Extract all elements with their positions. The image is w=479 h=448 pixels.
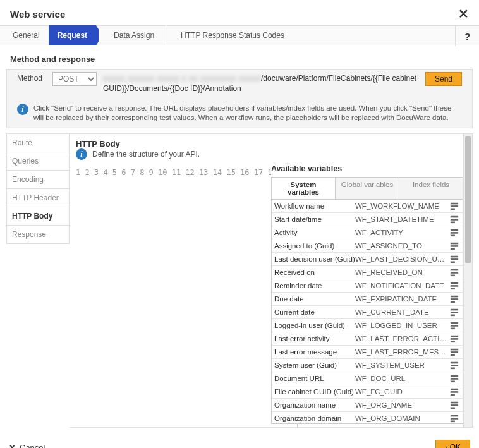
tab-request[interactable]: Request bbox=[49, 25, 96, 45]
svg-rect-50 bbox=[451, 421, 455, 423]
svg-rect-19 bbox=[451, 285, 458, 287]
var-tab-index-fields[interactable]: Index fields bbox=[399, 178, 463, 199]
svg-rect-24 bbox=[451, 309, 458, 311]
variable-name: Received on bbox=[274, 269, 355, 276]
variable-id: WF_SYSTEM_USER bbox=[355, 361, 447, 369]
svg-rect-46 bbox=[451, 404, 458, 406]
close-icon[interactable]: ✕ bbox=[458, 6, 469, 21]
svg-rect-23 bbox=[451, 301, 455, 303]
svg-rect-26 bbox=[451, 315, 455, 317]
svg-rect-20 bbox=[451, 288, 455, 290]
variable-row[interactable]: Organization domainWF_ORG_DOMAIN bbox=[272, 412, 463, 424]
variable-id: WF_EXPIRATION_DATE bbox=[355, 295, 447, 303]
info-icon: i bbox=[76, 148, 87, 160]
insert-icon[interactable] bbox=[450, 321, 460, 330]
help-button[interactable]: ? bbox=[455, 26, 479, 46]
variable-row[interactable]: Organization nameWF_ORG_NAME bbox=[272, 399, 463, 412]
variable-row[interactable]: System user (Guid)WF_SYSTEM_USER bbox=[272, 359, 463, 372]
svg-rect-36 bbox=[451, 362, 458, 364]
svg-rect-25 bbox=[451, 312, 458, 313]
side-tab-encoding[interactable]: Encoding bbox=[6, 170, 70, 188]
side-tab-route[interactable]: Route bbox=[6, 133, 70, 152]
insert-icon[interactable] bbox=[450, 215, 460, 224]
insert-icon[interactable] bbox=[450, 228, 460, 237]
line-gutter: 1 2 3 4 5 6 7 8 9 10 11 12 13 14 15 16 1… bbox=[76, 165, 293, 428]
variable-id: WF_START_DATETIME bbox=[355, 215, 447, 223]
cancel-button[interactable]: ✕ Cancel bbox=[9, 443, 45, 449]
variable-row[interactable]: Due dateWF_EXPIRATION_DATE bbox=[272, 293, 463, 306]
svg-rect-27 bbox=[451, 322, 458, 324]
ok-button[interactable]: › OK bbox=[435, 440, 470, 448]
svg-rect-49 bbox=[451, 418, 458, 420]
variable-name: File cabinet GUID (Guid) bbox=[274, 388, 355, 396]
dialog-title: Web service bbox=[10, 9, 65, 20]
insert-icon[interactable] bbox=[450, 255, 460, 263]
variable-name: Reminder date bbox=[274, 282, 355, 289]
variables-title: Available variables bbox=[271, 164, 463, 173]
side-tab-queries[interactable]: Queries bbox=[6, 152, 70, 170]
variable-row[interactable]: Last error messageWF_LAST_ERROR_MESSAGE bbox=[272, 346, 463, 359]
insert-icon[interactable] bbox=[450, 401, 460, 409]
svg-rect-38 bbox=[451, 368, 455, 370]
side-tab-response[interactable]: Response bbox=[6, 225, 70, 244]
variable-id: WF_WORKFLOW_NAME bbox=[355, 202, 447, 210]
var-tab-global-variables[interactable]: Global variables bbox=[336, 178, 399, 199]
var-tab-system-variables[interactable]: System variables bbox=[272, 178, 336, 199]
side-tab-http-header[interactable]: HTTP Header bbox=[6, 188, 70, 207]
info-icon: i bbox=[17, 104, 28, 115]
variable-row[interactable]: Last error activityWF_LAST_ERROR_ACTIVIT… bbox=[272, 332, 463, 346]
svg-rect-32 bbox=[451, 341, 455, 343]
variable-row[interactable]: Start date/timeWF_START_DATETIME bbox=[272, 213, 463, 226]
insert-icon[interactable] bbox=[450, 334, 460, 343]
svg-rect-39 bbox=[451, 375, 458, 377]
insert-icon[interactable] bbox=[450, 361, 460, 370]
tab-general[interactable]: General bbox=[4, 25, 49, 45]
method-select[interactable]: POST bbox=[52, 72, 97, 86]
variable-id: WF_ORG_NAME bbox=[355, 401, 447, 409]
svg-rect-18 bbox=[451, 282, 458, 284]
tab-data-assign[interactable]: Data Assign bbox=[105, 25, 163, 45]
svg-rect-34 bbox=[451, 351, 458, 353]
svg-rect-43 bbox=[451, 391, 458, 393]
insert-icon[interactable] bbox=[450, 281, 460, 290]
scrollbar[interactable] bbox=[463, 134, 472, 427]
insert-icon[interactable] bbox=[450, 294, 460, 303]
insert-icon[interactable] bbox=[450, 374, 460, 383]
variable-row[interactable]: Received onWF_RECEIVED_ON bbox=[272, 266, 463, 279]
variable-row[interactable]: Reminder dateWF_NOTIFICATION_DATE bbox=[272, 279, 463, 293]
variable-row[interactable]: Assigned to (Guid)WF_ASSIGNED_TO bbox=[272, 239, 463, 253]
svg-rect-4 bbox=[451, 219, 458, 221]
variable-row[interactable]: Document URLWF_DOC_URL bbox=[272, 372, 463, 385]
insert-icon[interactable] bbox=[450, 268, 460, 277]
variable-name: Last decision user (Guid) bbox=[274, 255, 355, 263]
info-text: Click "Send" to receive a response. The … bbox=[33, 104, 462, 123]
variable-id: WF_DOC_URL bbox=[355, 375, 447, 382]
insert-icon[interactable] bbox=[450, 414, 460, 423]
svg-rect-31 bbox=[451, 338, 458, 340]
variable-row[interactable]: File cabinet GUID (Guid)WF_FC_GUID bbox=[272, 385, 463, 399]
insert-icon[interactable] bbox=[450, 241, 460, 250]
send-button[interactable]: Send bbox=[425, 72, 462, 86]
variable-row[interactable]: Last decision user (Guid)WF_LAST_DECISIO… bbox=[272, 253, 463, 266]
insert-icon[interactable] bbox=[450, 202, 460, 210]
variable-name: Start date/time bbox=[274, 215, 355, 223]
variable-id: WF_NOTIFICATION_DATE bbox=[355, 282, 447, 289]
variable-name: System user (Guid) bbox=[274, 361, 355, 369]
variable-row[interactable]: Current dateWF_CURRENT_DATE bbox=[272, 306, 463, 319]
svg-rect-44 bbox=[451, 394, 455, 396]
insert-icon[interactable] bbox=[450, 387, 460, 396]
svg-rect-28 bbox=[451, 325, 458, 327]
tab-http-response-status-codes[interactable]: HTTP Response Status Codes bbox=[172, 25, 293, 45]
variable-name: Document URL bbox=[274, 375, 355, 382]
svg-rect-37 bbox=[451, 365, 458, 366]
insert-icon[interactable] bbox=[450, 348, 460, 356]
variable-row[interactable]: Logged-in user (Guid)WF_LOGGED_IN_USER bbox=[272, 319, 463, 332]
svg-rect-0 bbox=[451, 203, 458, 205]
side-tab-http-body[interactable]: HTTP Body bbox=[6, 207, 70, 225]
variable-row[interactable]: Workflow nameWF_WORKFLOW_NAME bbox=[272, 200, 463, 213]
svg-rect-14 bbox=[451, 262, 455, 263]
variable-id: WF_CURRENT_DATE bbox=[355, 308, 447, 316]
variable-row[interactable]: ActivityWF_ACTIVITY bbox=[272, 226, 463, 239]
scrollbar-thumb[interactable] bbox=[465, 136, 471, 263]
insert-icon[interactable] bbox=[450, 308, 460, 317]
